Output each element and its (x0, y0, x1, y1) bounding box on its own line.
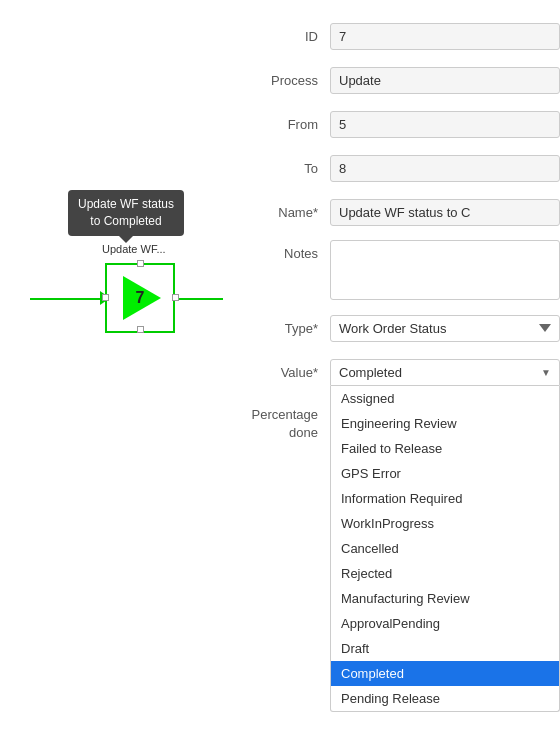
connector-square-left (102, 294, 109, 301)
dropdown-item[interactable]: ApprovalPending (331, 611, 559, 636)
dropdown-item[interactable]: Manufacturing Review (331, 586, 559, 611)
dropdown-item[interactable]: WorkInProgress (331, 511, 559, 536)
dropdown-item[interactable]: Pending Release (331, 686, 559, 711)
notes-label: Notes (240, 240, 330, 261)
value-dropdown-list: AssignedEngineering ReviewFailed to Rele… (330, 386, 560, 712)
to-row: To (240, 152, 560, 184)
dropdown-item[interactable]: Information Required (331, 486, 559, 511)
id-input[interactable] (330, 23, 560, 50)
chevron-down-icon: ▼ (541, 367, 551, 378)
name-label: Name* (240, 205, 330, 220)
dropdown-item[interactable]: Assigned (331, 386, 559, 411)
type-select[interactable]: Work Order Status (330, 315, 560, 342)
to-input[interactable] (330, 155, 560, 182)
process-row: Process (240, 64, 560, 96)
connector-square-right (172, 294, 179, 301)
connector-line-right (173, 298, 223, 300)
dropdown-item[interactable]: Engineering Review (331, 411, 559, 436)
name-row: Name* (240, 196, 560, 228)
node-id: 7 (136, 289, 145, 307)
node-tooltip: Update WF status to Completed (68, 190, 184, 236)
to-label: To (240, 161, 330, 176)
id-label: ID (240, 29, 330, 44)
type-row: Type* Work Order Status (240, 312, 560, 344)
notes-input[interactable] (330, 240, 560, 300)
percentage-label: Percentagedone (240, 404, 330, 442)
workflow-diagram: Update WF status to Completed Update WF.… (0, 0, 240, 729)
from-label: From (240, 117, 330, 132)
process-input[interactable] (330, 67, 560, 94)
dropdown-item[interactable]: Draft (331, 636, 559, 661)
value-row: Value* Completed ▼ AssignedEngineering R… (240, 356, 560, 388)
process-label: Process (240, 73, 330, 88)
workflow-area: 7 (30, 258, 210, 338)
connector-square-top (137, 260, 144, 267)
value-selected-text: Completed (339, 365, 402, 380)
dropdown-item[interactable]: GPS Error (331, 461, 559, 486)
node-label: Update WF... (102, 243, 166, 255)
dropdown-item[interactable]: Cancelled (331, 536, 559, 561)
from-input[interactable] (330, 111, 560, 138)
workflow-node[interactable]: 7 (105, 263, 175, 333)
dropdown-item[interactable]: Rejected (331, 561, 559, 586)
type-label: Type* (240, 321, 330, 336)
notes-row: Notes (240, 240, 560, 300)
value-label: Value* (240, 365, 330, 380)
connector-square-bottom (137, 326, 144, 333)
id-row: ID (240, 20, 560, 52)
value-dropdown-trigger[interactable]: Completed ▼ (330, 359, 560, 386)
name-input[interactable] (330, 199, 560, 226)
properties-form: ID Process From To Name* Notes Type* Wor… (240, 20, 560, 454)
connector-line-left (30, 298, 106, 300)
from-row: From (240, 108, 560, 140)
value-dropdown-container: Completed ▼ AssignedEngineering ReviewFa… (330, 359, 560, 386)
dropdown-item[interactable]: Completed (331, 661, 559, 686)
dropdown-item[interactable]: Failed to Release (331, 436, 559, 461)
